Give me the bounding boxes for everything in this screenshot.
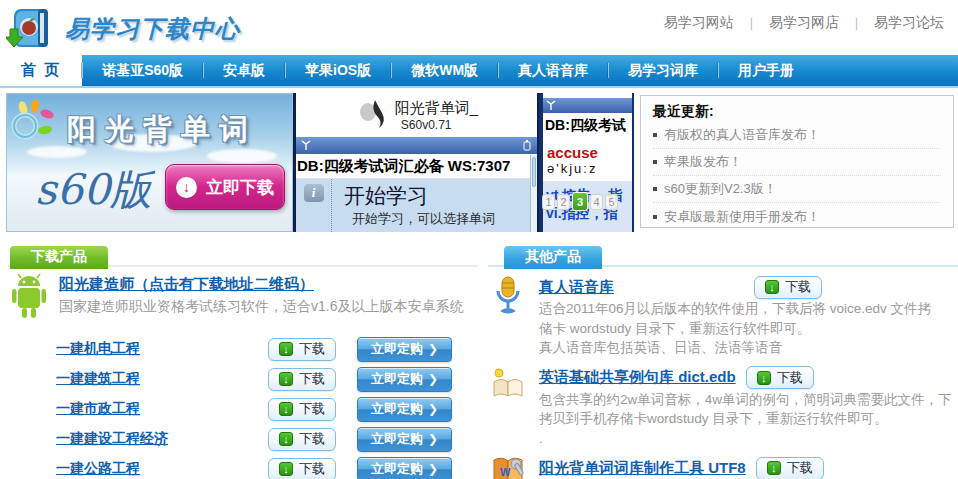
nav-item-wm[interactable]: 微软WM版 [391,55,498,86]
menu-item-description: 开始学习，可以选择单词 [332,210,495,228]
tab-other-products[interactable]: 其他产品 [504,246,602,269]
order-now-button[interactable]: 立即定购❯ [357,367,452,392]
update-item[interactable]: 苹果版发布！ [653,149,941,176]
main-nav: 首 页 诺基亚S60版 安卓版 苹果iOS版 微软WM版 真人语音库 易学习词库… [0,55,958,88]
download-arrow-icon: ↓ [279,372,293,386]
download-products-section: 下载产品 阳光建造师（点击有下载地址二维码） 国家建造师职业资格考试练习 [8,246,478,479]
item-link-municipal[interactable]: 一建市政工程 [56,400,268,418]
svg-text:W: W [500,466,511,478]
phone-screenshot-2: DB:四级考试 accuse ə'kju:z vt.控告， 指 vi.指控，指 [539,93,634,232]
item-link-architecture[interactable]: 一建建筑工程 [56,370,268,388]
updates-title: 最近更新: [653,103,941,121]
other-product-voice-library: 真人语音库 ↓下载 适合2011年06月以后版本的软件使用，下载后将 voice… [488,275,958,358]
banner-title: 阳光背单词 [67,110,257,150]
chevron-right-icon: ❯ [428,372,438,386]
promo-banner[interactable]: 阳光背单词 s60版 ↓ 立即下载 [6,93,293,232]
desc-line: . [539,429,952,449]
menu-item-start-learning[interactable]: 开始学习 [332,179,495,210]
download-arrow-icon: ↓ [279,432,293,446]
update-text: s60更新到V2.3版！ [664,180,777,198]
app-logo-icon [355,96,389,134]
banner-carousel: 阳光背单词 s60版 ↓ 立即下载 阳光背单词_ S60v0.71 [6,93,634,232]
order-now-button[interactable]: 立即定购❯ [357,427,452,452]
app-header: 阳光背单词_ S60v0.71 [296,93,537,137]
bullet-icon [653,160,657,164]
pagination-dot-5[interactable]: 5 [605,194,618,210]
download-button[interactable]: ↓下载 [268,398,336,421]
download-button[interactable]: ↓下载 [268,458,336,479]
other-product-example-db: 英语基础共享例句库 dict.edb ↓下载 包含共享的约2w单词音标，4w单词… [488,366,958,449]
order-now-button[interactable]: 立即定购❯ [357,457,452,479]
update-text: 安卓版最新使用手册发布！ [664,208,820,226]
microphone-icon [488,275,528,358]
download-row: 一建公路工程 ↓下载 立即定购❯ [56,457,478,479]
chevron-right-icon: ❯ [428,432,438,446]
nav-item-dictionary[interactable]: 易学习词库 [608,55,718,86]
top-links: 易学习网站 | 易学习网店 | 易学习论坛 [664,14,944,32]
other-product-dict-tool: W 阳光背单词词库制作工具 UTF8 ↓下载 [488,456,958,479]
db-status-line: DB:四级考试词汇必备 WS:7307 [296,154,537,179]
status-bar [296,137,537,154]
pagination-dot-4[interactable]: 4 [590,194,603,210]
banner-download-button[interactable]: ↓ 立即下载 [165,164,285,210]
db-status-line: DB:四级考试 [543,113,632,139]
desc-line: 包含共享的约2w单词音标，4w单词的例句，简明词典需要此文件，下 [539,390,952,410]
top-link-website[interactable]: 易学习网站 [664,14,734,32]
download-arrow-icon: ↓ [279,402,293,416]
download-button[interactable]: ↓下载 [268,428,336,451]
signal-icon [301,137,311,155]
nav-item-voice-library[interactable]: 真人语音库 [498,55,608,86]
download-button[interactable]: ↓下载 [268,338,336,361]
download-button[interactable]: ↓下载 [756,457,824,479]
product-description: 国家建造师职业资格考试练习软件，适合v1.6及以上版本安卓系统 [59,298,463,316]
desc-line: 储卡 wordstudy 目录下，重新运行软件即可。 [539,319,931,339]
phone-screenshot-1: 阳光背单词_ S60v0.71 DB:四级考试词汇必备 WS:7307 i 开始… [293,93,539,232]
app-menu: i 开始学习 开始学习，可以选择单词 [296,179,537,232]
desc-line: 适合2011年06月以后版本的软件使用，下载后将 voice.edv 文件拷 [539,299,931,319]
info-icon: i [304,184,324,202]
scrollbar[interactable] [530,155,537,232]
update-item[interactable]: 安卓版最新使用手册发布！ [653,203,941,230]
order-now-button[interactable]: 立即定购❯ [357,397,452,422]
item-link-economics[interactable]: 一建建设工程经济 [56,430,268,448]
pagination-dot-1[interactable]: 1 [542,194,555,210]
download-button[interactable]: ↓下载 [754,276,822,299]
item-link-mechanical[interactable]: 一建机电工程 [56,340,268,358]
top-link-store[interactable]: 易学习网店 [769,14,839,32]
link-voice-library[interactable]: 真人语音库 [539,278,614,297]
download-arrow-icon: ↓ [279,462,293,476]
tab-download-products[interactable]: 下载产品 [10,246,108,269]
site-title: 易学习下载中心 [65,13,240,45]
update-item[interactable]: 有版权的真人语音库发布！ [653,122,941,149]
app-title: 阳光背单词_ [395,99,478,118]
nav-item-home[interactable]: 首 页 [0,55,82,86]
backpack-download-icon [6,3,58,55]
download-arrow-icon: ↓ [176,177,197,198]
update-item[interactable]: s60更新到V2.3版！ [653,176,941,203]
site-logo[interactable]: 易学习下载中心 [6,3,240,55]
vocabulary-word: accuse [543,139,632,161]
chevron-right-icon: ❯ [428,342,438,356]
scrollbar-thumb[interactable] [532,157,536,187]
banner-subtitle: s60版 [35,162,152,218]
nav-item-android[interactable]: 安卓版 [203,55,285,86]
item-link-highway[interactable]: 一建公路工程 [56,460,268,478]
pagination-dot-2[interactable]: 2 [557,194,570,210]
update-text: 有版权的真人语音库发布！ [664,126,820,144]
order-now-button[interactable]: 立即定购❯ [357,337,452,362]
download-button[interactable]: ↓下载 [268,368,336,391]
desc-line: 拷贝到手机存储卡wordstudy 目录下，重新运行软件即可。 [539,409,952,429]
download-row: 一建建筑工程 ↓下载 立即定购❯ [56,367,478,391]
product-link-builder[interactable]: 阳光建造师（点击有下载地址二维码） [59,275,463,294]
nav-item-nokia-s60[interactable]: 诺基亚S60版 [82,55,203,86]
pagination-dot-3-active[interactable]: 3 [572,192,588,211]
update-text: 苹果版发布！ [664,153,742,171]
link-dict-tool[interactable]: 阳光背单词词库制作工具 UTF8 [539,459,746,478]
download-button[interactable]: ↓下载 [746,366,814,389]
top-link-forum[interactable]: 易学习论坛 [874,14,944,32]
link-example-db[interactable]: 英语基础共享例句库 dict.edb [539,368,736,387]
signal-icon [546,97,556,115]
header: 易学习下载中心 易学习网站 | 易学习网店 | 易学习论坛 [0,0,958,55]
nav-item-ios[interactable]: 苹果iOS版 [285,55,391,86]
nav-item-manual[interactable]: 用户手册 [718,55,814,86]
